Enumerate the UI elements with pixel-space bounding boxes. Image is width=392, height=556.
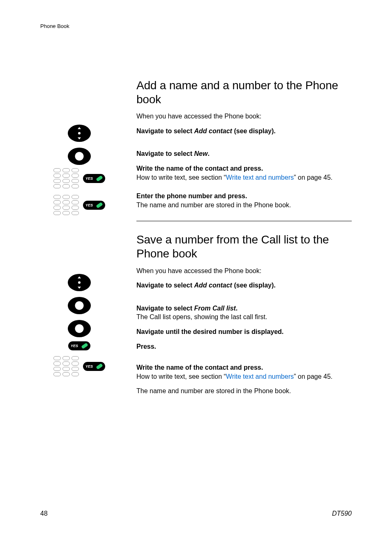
t: ” on page 45. — [294, 174, 332, 181]
nav-key-icon — [68, 274, 91, 291]
t: Navigate to select — [136, 305, 194, 312]
t: . — [236, 305, 238, 312]
step-lead: Write the name of the contact and press. — [136, 165, 263, 172]
step: Navigate to select New. — [136, 149, 352, 158]
section-heading: Save a number from the Call list to the … — [136, 233, 352, 260]
keypad-icon — [53, 195, 79, 215]
step-lead: Navigate to select Add contact (see disp… — [136, 127, 276, 134]
t: . — [208, 150, 209, 157]
step: Enter the phone number and press. The na… — [136, 192, 352, 209]
step-body: The name and number are stored in the Ph… — [136, 202, 291, 208]
step-lead: Navigate until the desired number is dis… — [136, 328, 284, 335]
icon-column: YES YES — [40, 233, 136, 401]
step-lead: Enter the phone number and press. — [136, 192, 247, 199]
section-add-name-number: YES YES Add a name and a number to the P… — [40, 79, 352, 233]
section-save-from-call-list: YES YES Save a number from the Call list… — [40, 233, 352, 401]
nav-key-icon — [68, 297, 91, 314]
step-body: How to write text, see section “Write te… — [136, 373, 332, 380]
keypad-plus-yes-icon: YES — [40, 168, 118, 188]
t: How to write text, see section “ — [136, 373, 226, 380]
yes-key-label: YES — [85, 176, 93, 181]
step: Write the name of the contact and press.… — [136, 164, 352, 182]
yes-key-icon: YES — [83, 201, 105, 210]
nav-key-icon — [68, 320, 91, 337]
section-intro: When you have accessed the Phone book: — [136, 112, 352, 121]
step: Navigate to select Add contact (see disp… — [136, 127, 352, 136]
yes-key-label: YES — [85, 203, 93, 207]
t: Navigate to select — [136, 127, 194, 134]
yes-key-icon: YES — [68, 341, 90, 350]
text-column: Add a name and a number to the Phone boo… — [136, 79, 352, 233]
nav-key-icon — [68, 148, 91, 165]
icon-stack-2: YES — [40, 272, 118, 350]
t: New — [194, 150, 208, 157]
step-lead: Write the name of the contact and press. — [136, 364, 263, 371]
step-lead: Navigate to select Add contact (see disp… — [136, 282, 276, 289]
page-number: 48 — [40, 510, 48, 517]
t: From Call list — [194, 305, 236, 312]
running-header: Phone Book — [40, 23, 352, 29]
t: (see display). — [232, 127, 276, 134]
icon-stack-1 — [40, 123, 118, 167]
step: Press. — [136, 342, 352, 351]
yes-key-icon: YES — [83, 362, 105, 371]
yes-key-label: YES — [85, 364, 93, 368]
closing-note: The name and number are stored in the Ph… — [136, 387, 352, 396]
step-lead: Navigate to select From Call list. — [136, 305, 238, 312]
step-body: The Call list opens, showing the last ca… — [136, 313, 267, 320]
step: Navigate until the desired number is dis… — [136, 327, 352, 336]
step-body: How to write text, see section “Write te… — [136, 174, 332, 181]
t: Add contact — [194, 127, 232, 134]
t: Add contact — [194, 282, 232, 289]
step: Navigate to select Add contact (see disp… — [136, 281, 352, 290]
link-write-text-numbers[interactable]: Write text and numbers — [226, 174, 294, 181]
link-write-text-numbers[interactable]: Write text and numbers — [226, 373, 294, 380]
section-divider — [136, 221, 352, 221]
t: How to write text, see section “ — [136, 174, 226, 181]
step: Navigate to select From Call list. The C… — [136, 304, 352, 322]
t: (see display). — [232, 282, 276, 289]
yes-key-label: YES — [71, 344, 78, 348]
icon-column: YES YES — [40, 79, 136, 233]
keypad-icon — [53, 356, 79, 376]
keypad-plus-yes-icon: YES — [40, 356, 118, 376]
step: Write the name of the contact and press.… — [136, 363, 352, 381]
yes-key-icon: YES — [83, 174, 105, 183]
keypad-plus-yes-icon: YES — [40, 195, 118, 215]
nav-key-icon — [68, 125, 91, 142]
section-heading: Add a name and a number to the Phone boo… — [136, 79, 352, 106]
step-lead: Press. — [136, 343, 156, 350]
keypad-icon — [53, 168, 79, 188]
t: Navigate to select — [136, 282, 194, 289]
page-footer: 48 DT590 — [40, 510, 352, 517]
section-intro: When you have accessed the Phone book: — [136, 266, 352, 276]
t: ” on page 45. — [294, 373, 332, 380]
model-name: DT590 — [332, 510, 352, 517]
step-lead: Navigate to select New. — [136, 150, 210, 157]
t: Navigate to select — [136, 150, 194, 157]
text-column: Save a number from the Call list to the … — [136, 233, 352, 401]
